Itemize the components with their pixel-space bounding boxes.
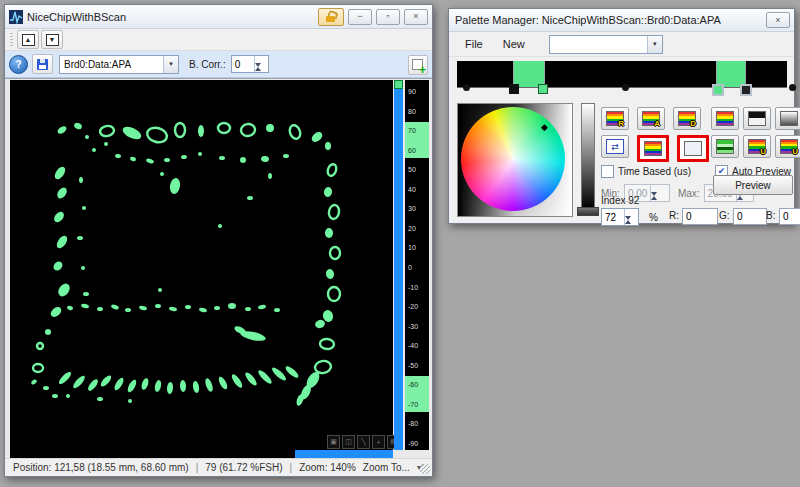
bscan-blob <box>230 373 244 390</box>
palette-preset-button-white[interactable] <box>677 135 709 162</box>
b-field[interactable]: 0 <box>779 208 800 225</box>
add-view-button[interactable]: + <box>408 55 428 75</box>
save-button[interactable] <box>32 54 53 74</box>
bscan-blob <box>218 123 230 133</box>
bscan-blob <box>81 266 85 270</box>
palette-menubar: File New ▾ <box>449 32 794 57</box>
bscan-blob <box>169 177 182 194</box>
viewport-tool-button[interactable]: ◫ <box>342 435 355 449</box>
status-zoom: Zoom: 140% <box>299 462 356 473</box>
palette-marker-square[interactable] <box>712 84 724 96</box>
bscan-titlebar[interactable]: NiceChipWithBScan − ▫ × <box>5 5 432 29</box>
menu-file[interactable]: File <box>455 35 493 53</box>
palette-manager-window: Palette Manager: NiceChipWithBScan::Brd0… <box>448 8 795 224</box>
palette-titlebar[interactable]: Palette Manager: NiceChipWithBScan::Brd0… <box>449 9 794 32</box>
bscan-blob <box>155 304 161 308</box>
bscan-blob <box>181 155 188 160</box>
chevron-down-icon[interactable]: ▾ <box>647 36 662 53</box>
r-field[interactable]: 0 <box>682 208 718 225</box>
close-button[interactable]: × <box>404 9 428 25</box>
pane-up-button[interactable]: ▲ <box>17 30 39 49</box>
close-button[interactable]: × <box>766 12 790 28</box>
preset-select[interactable]: ▾ <box>549 35 663 54</box>
bscan-blob <box>198 125 204 137</box>
hscroll-thumb[interactable] <box>295 450 393 458</box>
palette-preset-button-rainbow[interactable] <box>711 107 739 130</box>
toolbar-grip[interactable] <box>10 33 13 47</box>
palette-preset-button-rainbow[interactable]: U <box>743 135 771 158</box>
help-button[interactable]: ? <box>9 55 28 74</box>
menu-new[interactable]: New <box>493 35 535 53</box>
horizontal-scrollbar[interactable] <box>5 450 432 458</box>
checkbox-icon[interactable] <box>601 165 614 178</box>
palette-marker-square[interactable] <box>509 84 519 94</box>
spin-down-icon[interactable] <box>255 67 267 78</box>
palette-marker-square[interactable] <box>538 84 548 94</box>
palette-preset-button-rainbow[interactable]: A <box>637 107 665 130</box>
rainbow-palette-icon <box>716 111 734 126</box>
save-icon <box>37 59 48 70</box>
viewport-tool-button[interactable]: ▣ <box>327 435 340 449</box>
bcorr-stepper[interactable]: 0 <box>231 55 269 73</box>
bscan-blob <box>52 394 58 398</box>
colorbar-tick-label: 70 <box>408 127 416 135</box>
colorbar-tick-label: 30 <box>408 205 416 213</box>
max-label: Max: <box>678 188 700 199</box>
colorbar-tick-label: -10 <box>408 284 418 292</box>
colorbar-tick-label: 60 <box>408 147 416 155</box>
palette-preset-button-arrows[interactable]: ⇄ <box>601 135 629 158</box>
palette-marker-square[interactable] <box>740 84 752 96</box>
color-wheel[interactable]: ◆ <box>461 107 565 211</box>
scroll-cap[interactable] <box>394 80 403 89</box>
bcorr-label: B. Corr.: <box>189 59 226 70</box>
g-field[interactable]: 0 <box>733 208 767 225</box>
palette-marker-circle[interactable] <box>789 84 796 91</box>
bscan-blob <box>258 304 267 309</box>
viewport-tool-button[interactable]: + <box>372 435 385 449</box>
pane-down-button[interactable]: ▼ <box>41 30 63 49</box>
time-based-checkbox[interactable]: Time Based (us) <box>601 165 691 178</box>
color-wheel-marker[interactable]: ◆ <box>541 123 548 132</box>
brightness-slider[interactable] <box>581 103 595 209</box>
resize-grip[interactable] <box>420 464 430 474</box>
data-source-value: Brd0:Data:APA <box>60 59 163 70</box>
colorbar-tick-label: -40 <box>408 342 418 350</box>
bscan-blob <box>33 364 43 372</box>
viewport-tool-button[interactable]: ╲ <box>357 435 370 449</box>
bscan-blob <box>185 305 191 309</box>
bscan-image[interactable] <box>10 80 393 452</box>
bscan-blob <box>164 158 170 162</box>
amplitude-colorbar[interactable]: 9080706050403020100-10-20-30-40-50-60-70… <box>405 80 429 452</box>
palette-preset-button-bw[interactable] <box>743 107 771 130</box>
zoom-to-dropdown[interactable]: Zoom To... <box>363 462 410 473</box>
percent-stepper[interactable]: 72 <box>601 208 639 226</box>
preview-button[interactable]: Preview <box>713 175 793 195</box>
vertical-scrollbar[interactable] <box>394 80 403 452</box>
palette-marker-circle[interactable] <box>622 84 629 91</box>
bscan-blob <box>217 375 229 390</box>
bscan-blob <box>326 163 338 177</box>
rainbow-palette-icon: D <box>678 111 696 126</box>
palette-preset-button-rainbow[interactable]: U <box>775 135 800 158</box>
palette-preset-button-green[interactable] <box>711 135 739 158</box>
palette-preset-button-rainbow[interactable]: R <box>601 107 629 130</box>
brightness-slider-thumb[interactable] <box>577 207 599 216</box>
bscan-blob <box>66 394 70 398</box>
chevron-down-icon[interactable]: ▾ <box>163 56 178 73</box>
palette-buttons-right-row1 <box>711 107 800 130</box>
bscan-blob <box>175 123 185 137</box>
palette-preset-button-rainbow[interactable]: D <box>673 107 701 130</box>
bscan-blob <box>330 247 340 259</box>
bscan-blob <box>129 156 136 162</box>
minimize-button[interactable]: − <box>348 9 372 25</box>
restore-button[interactable]: ▫ <box>376 9 400 25</box>
time-based-label: Time Based (us) <box>618 166 691 177</box>
lock-button[interactable] <box>318 8 344 26</box>
data-source-select[interactable]: Brd0:Data:APA ▾ <box>59 55 179 74</box>
palette-marker-circle[interactable] <box>463 84 470 91</box>
bscan-blob <box>146 126 169 145</box>
palette-preset-button-gray[interactable] <box>775 107 800 130</box>
palette-preset-button-rainbow[interactable] <box>637 135 669 162</box>
bscan-blob <box>266 124 274 132</box>
bscan-blob <box>314 360 332 375</box>
